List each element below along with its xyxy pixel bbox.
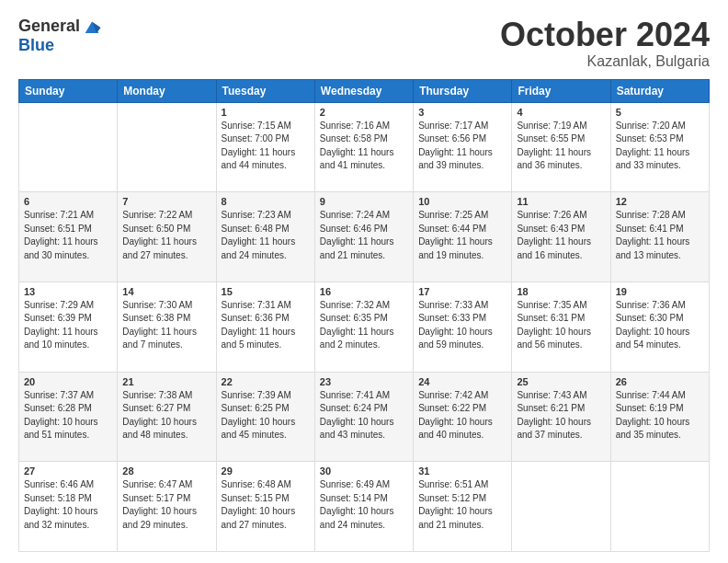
calendar-cell: 19 Sunrise: 7:36 AM Sunset: 6:30 PM Dayl… <box>610 282 709 372</box>
calendar-week-row: 1 Sunrise: 7:15 AM Sunset: 7:00 PM Dayli… <box>19 102 710 192</box>
day-info: Sunrise: 6:46 AM Sunset: 5:18 PM Dayligh… <box>24 478 112 532</box>
day-number: 27 <box>24 465 112 477</box>
day-number: 7 <box>122 196 210 207</box>
day-header-thursday: Thursday <box>414 79 512 102</box>
daylight-text: Daylight: 10 hours and 27 minutes. <box>222 506 296 530</box>
calendar-cell: 4 Sunrise: 7:19 AM Sunset: 6:55 PM Dayli… <box>512 102 610 192</box>
daylight-text: Daylight: 10 hours and 56 minutes. <box>517 327 591 350</box>
calendar-cell: 27 Sunrise: 6:46 AM Sunset: 5:18 PM Dayl… <box>19 462 118 552</box>
sunrise-text: Sunrise: 7:33 AM <box>418 300 488 310</box>
day-info: Sunrise: 6:47 AM Sunset: 5:17 PM Dayligh… <box>122 478 210 532</box>
calendar-cell: 21 Sunrise: 7:38 AM Sunset: 6:27 PM Dayl… <box>118 372 216 462</box>
calendar-cell <box>19 102 118 192</box>
calendar-header-row: SundayMondayTuesdayWednesdayThursdayFrid… <box>19 79 710 102</box>
daylight-text: Daylight: 11 hours and 39 minutes. <box>418 147 493 171</box>
day-number: 9 <box>320 196 408 207</box>
day-info: Sunrise: 7:23 AM Sunset: 6:48 PM Dayligh… <box>222 209 310 262</box>
calendar-cell: 14 Sunrise: 7:30 AM Sunset: 6:38 PM Dayl… <box>118 282 216 372</box>
sunset-text: Sunset: 6:21 PM <box>517 403 585 413</box>
day-info: Sunrise: 7:32 AM Sunset: 6:35 PM Dayligh… <box>320 299 408 352</box>
daylight-text: Daylight: 11 hours and 41 minutes. <box>320 147 394 171</box>
daylight-text: Daylight: 11 hours and 27 minutes. <box>122 236 197 260</box>
day-number: 25 <box>517 376 605 387</box>
calendar-cell: 29 Sunrise: 6:48 AM Sunset: 5:15 PM Dayl… <box>216 462 314 552</box>
sunset-text: Sunset: 5:14 PM <box>320 493 388 503</box>
daylight-text: Daylight: 11 hours and 24 minutes. <box>222 236 296 260</box>
day-info: Sunrise: 7:41 AM Sunset: 6:24 PM Dayligh… <box>320 389 408 442</box>
sunrise-text: Sunrise: 7:20 AM <box>616 121 686 131</box>
day-number: 10 <box>418 196 506 207</box>
sunrise-text: Sunrise: 7:17 AM <box>418 121 488 131</box>
day-info: Sunrise: 7:39 AM Sunset: 6:25 PM Dayligh… <box>222 389 310 442</box>
day-info: Sunrise: 7:44 AM Sunset: 6:19 PM Dayligh… <box>616 389 704 442</box>
calendar-cell <box>610 462 709 552</box>
sunset-text: Sunset: 5:17 PM <box>122 493 190 503</box>
day-info: Sunrise: 7:25 AM Sunset: 6:44 PM Dayligh… <box>418 209 506 262</box>
sunset-text: Sunset: 6:27 PM <box>122 403 190 413</box>
day-info: Sunrise: 7:43 AM Sunset: 6:21 PM Dayligh… <box>517 389 605 442</box>
calendar-cell: 2 Sunrise: 7:16 AM Sunset: 6:58 PM Dayli… <box>314 102 413 192</box>
sunrise-text: Sunrise: 7:21 AM <box>24 210 94 220</box>
calendar-cell: 3 Sunrise: 7:17 AM Sunset: 6:56 PM Dayli… <box>414 102 512 192</box>
daylight-text: Daylight: 10 hours and 43 minutes. <box>320 417 394 441</box>
day-number: 3 <box>418 107 506 118</box>
title-area: October 2024 Kazanlak, Bulgaria <box>500 17 710 70</box>
logo-icon <box>82 17 102 37</box>
sunrise-text: Sunrise: 7:26 AM <box>517 210 586 220</box>
day-info: Sunrise: 7:21 AM Sunset: 6:51 PM Dayligh… <box>24 209 112 262</box>
day-number: 6 <box>24 196 112 207</box>
day-number: 22 <box>222 376 310 387</box>
day-number: 17 <box>418 286 506 297</box>
sunrise-text: Sunrise: 7:22 AM <box>122 210 192 220</box>
day-number: 20 <box>24 376 112 387</box>
calendar-cell: 30 Sunrise: 6:49 AM Sunset: 5:14 PM Dayl… <box>314 462 413 552</box>
daylight-text: Daylight: 11 hours and 10 minutes. <box>24 327 98 350</box>
sunset-text: Sunset: 6:25 PM <box>222 403 290 413</box>
sunrise-text: Sunrise: 7:30 AM <box>122 300 192 310</box>
day-number: 11 <box>517 196 605 207</box>
day-header-sunday: Sunday <box>19 79 118 102</box>
sunrise-text: Sunrise: 7:43 AM <box>517 390 586 400</box>
day-info: Sunrise: 7:19 AM Sunset: 6:55 PM Dayligh… <box>517 120 605 173</box>
sunset-text: Sunset: 6:31 PM <box>517 313 585 323</box>
calendar-week-row: 13 Sunrise: 7:29 AM Sunset: 6:39 PM Dayl… <box>19 282 710 372</box>
day-info: Sunrise: 7:42 AM Sunset: 6:22 PM Dayligh… <box>418 389 506 442</box>
day-header-monday: Monday <box>118 79 216 102</box>
calendar-cell: 7 Sunrise: 7:22 AM Sunset: 6:50 PM Dayli… <box>118 192 216 282</box>
calendar-cell: 25 Sunrise: 7:43 AM Sunset: 6:21 PM Dayl… <box>512 372 610 462</box>
calendar-cell: 12 Sunrise: 7:28 AM Sunset: 6:41 PM Dayl… <box>610 192 709 282</box>
day-info: Sunrise: 6:48 AM Sunset: 5:15 PM Dayligh… <box>222 478 310 532</box>
calendar-cell: 6 Sunrise: 7:21 AM Sunset: 6:51 PM Dayli… <box>19 192 118 282</box>
sunrise-text: Sunrise: 6:47 AM <box>122 479 192 489</box>
header: General Blue October 2024 Kazanlak, Bulg… <box>18 17 710 70</box>
calendar-cell: 26 Sunrise: 7:44 AM Sunset: 6:19 PM Dayl… <box>610 372 709 462</box>
daylight-text: Daylight: 10 hours and 24 minutes. <box>320 506 394 530</box>
daylight-text: Daylight: 10 hours and 48 minutes. <box>122 417 197 441</box>
sunset-text: Sunset: 6:38 PM <box>122 313 190 323</box>
daylight-text: Daylight: 11 hours and 7 minutes. <box>122 327 197 350</box>
calendar-cell: 23 Sunrise: 7:41 AM Sunset: 6:24 PM Dayl… <box>314 372 413 462</box>
daylight-text: Daylight: 11 hours and 21 minutes. <box>320 236 394 260</box>
calendar-cell: 9 Sunrise: 7:24 AM Sunset: 6:46 PM Dayli… <box>314 192 413 282</box>
daylight-text: Daylight: 11 hours and 13 minutes. <box>616 236 690 260</box>
sunset-text: Sunset: 6:48 PM <box>222 224 290 234</box>
calendar-week-row: 6 Sunrise: 7:21 AM Sunset: 6:51 PM Dayli… <box>19 192 710 282</box>
sunset-text: Sunset: 6:44 PM <box>418 224 486 234</box>
day-number: 24 <box>418 376 506 387</box>
day-info: Sunrise: 7:22 AM Sunset: 6:50 PM Dayligh… <box>122 209 210 262</box>
day-info: Sunrise: 6:51 AM Sunset: 5:12 PM Dayligh… <box>418 478 506 532</box>
calendar-cell <box>118 102 216 192</box>
sunset-text: Sunset: 6:35 PM <box>320 313 388 323</box>
day-info: Sunrise: 7:28 AM Sunset: 6:41 PM Dayligh… <box>616 209 704 262</box>
day-number: 4 <box>517 107 605 118</box>
day-info: Sunrise: 7:15 AM Sunset: 7:00 PM Dayligh… <box>222 120 310 173</box>
daylight-text: Daylight: 10 hours and 54 minutes. <box>616 327 690 350</box>
day-number: 26 <box>616 376 704 387</box>
sunrise-text: Sunrise: 7:39 AM <box>222 390 291 400</box>
day-number: 16 <box>320 286 408 297</box>
calendar-cell: 11 Sunrise: 7:26 AM Sunset: 6:43 PM Dayl… <box>512 192 610 282</box>
day-number: 18 <box>517 286 605 297</box>
calendar-cell: 24 Sunrise: 7:42 AM Sunset: 6:22 PM Dayl… <box>414 372 512 462</box>
calendar-cell: 1 Sunrise: 7:15 AM Sunset: 7:00 PM Dayli… <box>216 102 314 192</box>
daylight-text: Daylight: 10 hours and 45 minutes. <box>222 417 296 441</box>
